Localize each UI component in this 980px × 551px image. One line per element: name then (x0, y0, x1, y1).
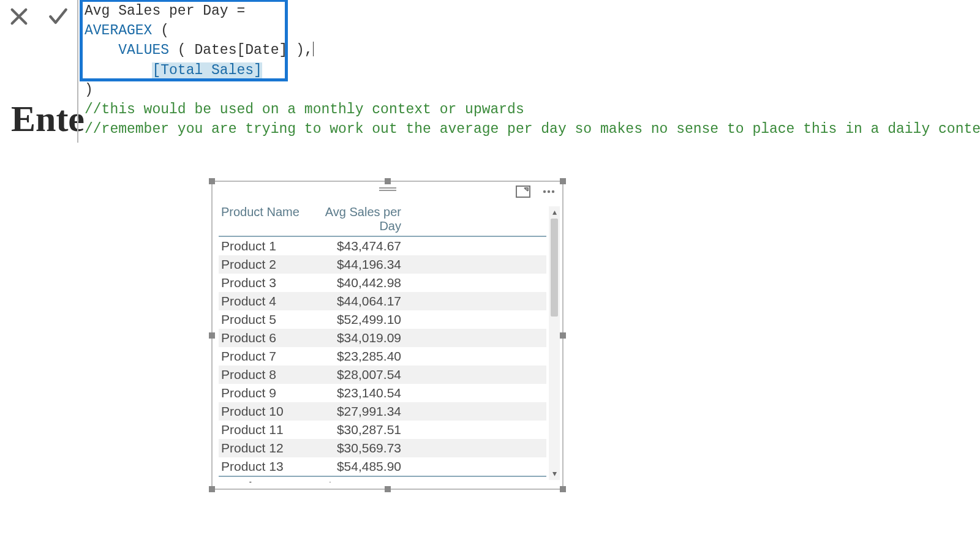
table-row[interactable]: Product 5$52,499.10 (219, 310, 546, 329)
resize-handle[interactable] (560, 486, 566, 492)
table-header[interactable]: Product Name Avg Sales per Day (219, 203, 546, 237)
selected-measure-ref: [Total Sales] (152, 62, 262, 78)
svg-point-3 (543, 190, 546, 193)
cell-product: Product 12 (221, 441, 301, 455)
cell-product: Product 6 (221, 331, 301, 345)
comment-2: //remember you are trying to work out th… (85, 121, 980, 137)
cell-product: Product 4 (221, 294, 301, 309)
cell-value: $28,007.54 (301, 367, 405, 382)
cell-product: Product 5 (221, 312, 301, 327)
resize-handle[interactable] (209, 178, 215, 184)
scroll-down-icon[interactable]: ▾ (549, 469, 560, 479)
cell-product: Product 3 (221, 276, 301, 290)
table-row[interactable]: Product 1$43,474.67 (219, 237, 546, 255)
resize-handle[interactable] (560, 332, 566, 339)
cell-value: $54,485.90 (301, 459, 405, 474)
cell-product: Product 11 (221, 422, 301, 437)
cell-value: $30,569.73 (301, 441, 405, 455)
total-row: Total $813,539.60 (219, 476, 546, 482)
cell-value: $23,285.40 (301, 349, 405, 364)
resize-handle[interactable] (385, 486, 391, 492)
scroll-thumb[interactable] (551, 219, 558, 317)
table-row[interactable]: Product 6$34,019.09 (219, 329, 546, 347)
formula-bar: Avg Sales per Day = AVERAGEX ( VALUES ( … (0, 0, 980, 141)
svg-point-4 (548, 190, 550, 193)
cell-product: Product 13 (221, 459, 301, 474)
cell-product: Product 2 (221, 257, 301, 272)
cell-value: $34,019.09 (301, 331, 405, 345)
commit-icon[interactable] (48, 6, 69, 27)
func-values: VALUES (118, 42, 169, 58)
drag-grip-icon[interactable] (379, 184, 396, 195)
table-row[interactable]: Product 3$40,442.98 (219, 274, 546, 292)
resize-handle[interactable] (209, 332, 215, 339)
table-row[interactable]: Product 9$23,140.54 (219, 384, 546, 402)
table-row[interactable]: Product 11$30,287.51 (219, 421, 546, 439)
cell-value: $43,474.67 (301, 239, 405, 253)
svg-point-5 (552, 190, 554, 193)
resize-handle[interactable] (560, 178, 566, 184)
text-cursor (313, 42, 314, 56)
table-row[interactable]: Product 10$27,991.34 (219, 402, 546, 421)
resize-handle[interactable] (385, 178, 391, 184)
table-row[interactable]: Product 13$54,485.90 (219, 457, 546, 476)
table-visual[interactable]: Product Name Avg Sales per Day Product 1… (211, 181, 564, 490)
measure-name: Avg Sales per Day = (85, 3, 254, 19)
table-row[interactable]: Product 12$30,569.73 (219, 439, 546, 457)
cell-product: Product 1 (221, 239, 301, 253)
resize-handle[interactable] (209, 486, 215, 492)
table-row[interactable]: Product 7$23,285.40 (219, 347, 546, 365)
cell-product: Product 8 (221, 367, 301, 382)
cell-product: Product 7 (221, 349, 301, 364)
formula-toolbar (0, 0, 77, 33)
func-averagex: AVERAGEX (85, 23, 152, 39)
table-row[interactable]: Product 4$44,064.17 (219, 292, 546, 310)
scroll-up-icon[interactable]: ▴ (549, 208, 560, 217)
focus-mode-icon[interactable] (516, 186, 530, 198)
comment-1: //this would be used on a monthly contex… (85, 102, 524, 118)
table-body: Product Name Avg Sales per Day Product 1… (219, 203, 546, 482)
col-header-avg[interactable]: Avg Sales per Day (301, 205, 405, 233)
formula-editor[interactable]: Avg Sales per Day = AVERAGEX ( VALUES ( … (77, 0, 980, 143)
cell-value: $52,499.10 (301, 312, 405, 327)
cell-value: $23,140.54 (301, 386, 405, 400)
cancel-icon[interactable] (9, 6, 29, 27)
scrollbar[interactable]: ▴ ▾ (549, 206, 560, 480)
cell-value: $44,196.34 (301, 257, 405, 272)
cell-value: $30,287.51 (301, 422, 405, 437)
cell-value: $27,991.34 (301, 404, 405, 419)
more-options-icon[interactable] (541, 186, 556, 198)
cell-product: Product 9 (221, 386, 301, 400)
table-row[interactable]: Product 2$44,196.34 (219, 255, 546, 274)
cell-value: $40,442.98 (301, 276, 405, 290)
col-header-product[interactable]: Product Name (221, 205, 301, 233)
cell-value: $44,064.17 (301, 294, 405, 309)
cell-product: Product 10 (221, 404, 301, 419)
table-row[interactable]: Product 8$28,007.54 (219, 365, 546, 384)
